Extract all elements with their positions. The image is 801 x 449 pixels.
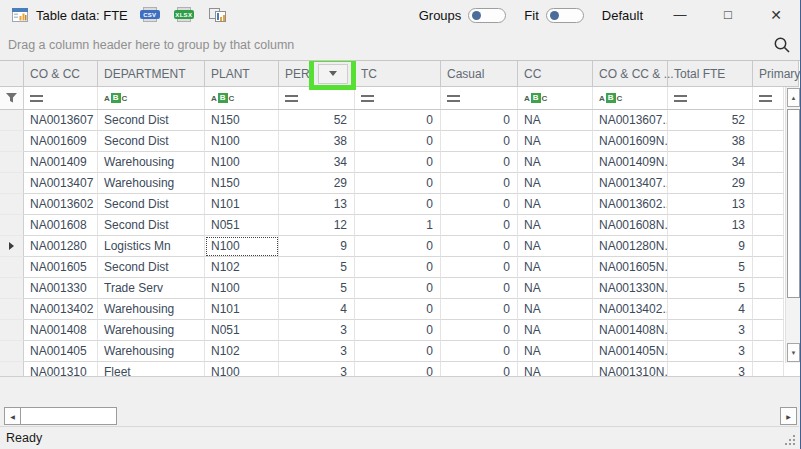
table-row[interactable]: NA0013602Second DistN1011300NANA0013602.…	[0, 194, 784, 215]
row-selector[interactable]	[0, 236, 24, 257]
row-selector[interactable]	[0, 278, 24, 299]
row-selector[interactable]	[0, 173, 24, 194]
cell: Logistics Mn	[98, 236, 205, 257]
filter-cell-total-fte[interactable]	[668, 87, 753, 109]
vertical-scrollbar[interactable]: ▲ ▼	[785, 87, 800, 363]
close-button[interactable]: ✕	[767, 0, 785, 30]
table-row[interactable]: NA001310FleetN100300NANA001310N...3	[0, 362, 784, 377]
export-csv-button[interactable]: CSV	[138, 5, 162, 25]
cell: 0	[441, 194, 518, 215]
cell: NA001608	[24, 215, 98, 236]
row-selector[interactable]	[0, 215, 24, 236]
data-grid: CO & CCDEPARTMENTPLANTPERMTCCasualCCCO &…	[0, 60, 800, 377]
table-row[interactable]: NA001609Second DistN1003800NANA001609N..…	[0, 131, 784, 152]
cell: Second Dist	[98, 110, 205, 131]
cell: NA001409	[24, 152, 98, 173]
cell: Fleet	[98, 362, 205, 377]
vertical-scroll-thumb[interactable]	[787, 109, 800, 298]
table-row[interactable]: NA001408WarehousingN051300NANA001408N...…	[0, 320, 784, 341]
copy-chart-button[interactable]	[206, 5, 230, 25]
cell: Second Dist	[98, 131, 205, 152]
column-header-primary-p[interactable]: Primary P	[753, 61, 799, 86]
cell: NA0013602...	[593, 194, 668, 215]
cell	[753, 257, 784, 278]
minimize-button[interactable]: —	[671, 0, 689, 30]
export-xlsx-button[interactable]: XLSX	[172, 5, 196, 25]
maximize-button[interactable]: □	[719, 0, 737, 30]
filter-cell-cc[interactable]: ABC	[518, 87, 593, 109]
filter-cell-plant[interactable]: ABC	[205, 87, 279, 109]
table-row[interactable]: NA0013402WarehousingN101400NANA0013402..…	[0, 299, 784, 320]
filter-cell-co-cc[interactable]: ABC	[593, 87, 668, 109]
cell: N150	[205, 173, 279, 194]
cell: 29	[668, 173, 753, 194]
cell: 0	[355, 131, 441, 152]
horizontal-scroll-thumb[interactable]	[20, 407, 117, 425]
column-header-tc[interactable]: TC	[355, 61, 441, 86]
column-header-cc[interactable]: CC	[518, 61, 593, 86]
cell: NA	[518, 173, 593, 194]
column-header-total-fte[interactable]: Total FTE	[668, 61, 753, 86]
scroll-up-button[interactable]: ▲	[787, 88, 800, 107]
table-row[interactable]: NA001409WarehousingN1003400NANA001409N..…	[0, 152, 784, 173]
scroll-left-button[interactable]: ◀	[4, 407, 21, 425]
filter-cell-co-cc[interactable]	[24, 87, 98, 109]
cell: NA	[518, 320, 593, 341]
column-header-perm[interactable]: PERM	[279, 61, 355, 86]
cell: NA001310	[24, 362, 98, 377]
row-selector[interactable]	[0, 131, 24, 152]
cell: NA001409N...	[593, 152, 668, 173]
group-by-bar[interactable]: Drag a column header here to group by th…	[0, 30, 799, 60]
column-header-co-cc[interactable]: CO & CC & ...	[593, 61, 668, 86]
filter-cell-casual[interactable]	[441, 87, 518, 109]
row-selector[interactable]	[0, 299, 24, 320]
row-selector[interactable]	[0, 320, 24, 341]
cell: 0	[441, 320, 518, 341]
cell: 0	[355, 236, 441, 257]
row-selector[interactable]	[0, 194, 24, 215]
row-selector[interactable]	[0, 341, 24, 362]
groups-toggle[interactable]	[468, 8, 506, 23]
column-header-co-cc[interactable]: CO & CC	[24, 61, 98, 86]
column-header-plant[interactable]: PLANT	[205, 61, 279, 86]
filter-cell-tc[interactable]	[355, 87, 441, 109]
scroll-right-button[interactable]: ▶	[780, 407, 797, 425]
filter-cell-department[interactable]: ABC	[98, 87, 205, 109]
filter-selector-cell[interactable]	[0, 87, 24, 109]
horizontal-scrollbar[interactable]: ◀ ▶	[4, 407, 797, 425]
table-row[interactable]: NA001605Second DistN102500NANA001605N...…	[0, 257, 784, 278]
column-header-department[interactable]: DEPARTMENT	[98, 61, 205, 86]
cell: NA001280N...	[593, 236, 668, 257]
cell: 52	[668, 110, 753, 131]
resize-grip[interactable]	[793, 443, 795, 445]
highlight-box	[309, 60, 356, 90]
cell: 38	[668, 131, 753, 152]
filter-cell-perm[interactable]	[279, 87, 355, 109]
groups-toggle-label: Groups	[419, 8, 462, 23]
table-row[interactable]: NA0013607Second DistN1505200NANA0013607.…	[0, 110, 784, 131]
table-row[interactable]: NA001330Trade ServN100500NANA001330N...5	[0, 278, 784, 299]
row-selector[interactable]	[0, 110, 24, 131]
column-header-casual[interactable]: Casual	[441, 61, 518, 86]
cell: NA001405N...	[593, 341, 668, 362]
focused-cell[interactable]: N100	[205, 236, 279, 257]
row-selector[interactable]	[0, 152, 24, 173]
cell: 9	[279, 236, 355, 257]
row-selector[interactable]	[0, 257, 24, 278]
table-row[interactable]: NA001280Logistics MnN100900NANA001280N..…	[0, 236, 784, 257]
table-row[interactable]: NA0013407WarehousingN1502900NANA0013407.…	[0, 173, 784, 194]
scroll-down-button[interactable]: ▼	[787, 343, 800, 362]
cell: N100	[205, 152, 279, 173]
table-row[interactable]: NA001608Second DistN0511210NANA001608N..…	[0, 215, 784, 236]
filter-cell-primary-p[interactable]	[753, 87, 784, 109]
filter-funnel-icon	[5, 92, 18, 104]
search-icon[interactable]	[773, 36, 791, 54]
row-selector[interactable]	[0, 362, 24, 377]
column-header-label: Primary P	[759, 67, 800, 81]
cell: Trade Serv	[98, 278, 205, 299]
fit-toggle[interactable]	[546, 8, 584, 23]
table-row[interactable]: NA001405WarehousingN102300NANA001405N...…	[0, 341, 784, 362]
cell: 0	[441, 362, 518, 377]
cell: NA0013602	[24, 194, 98, 215]
filter-dropdown-button[interactable]	[318, 64, 348, 84]
